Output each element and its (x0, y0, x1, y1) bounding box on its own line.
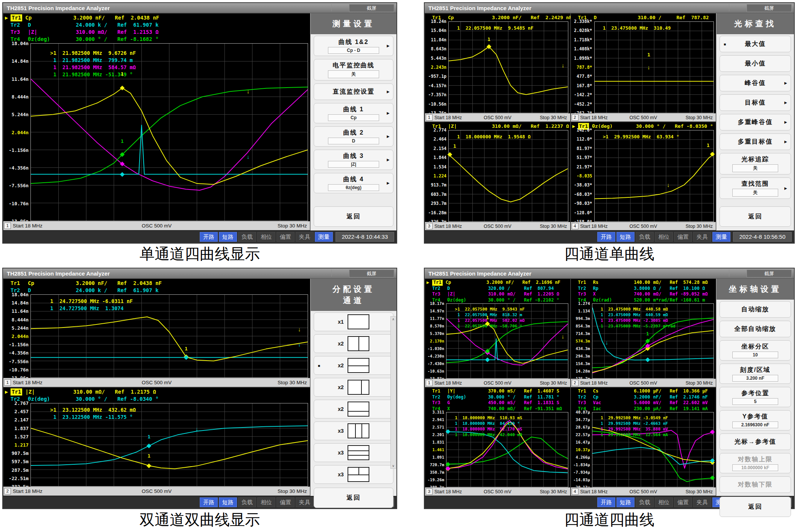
screenshot-button[interactable]: 截屏 (349, 270, 394, 277)
y-axis-label: 18.17n (430, 301, 444, 306)
y-axis-label: -22.51m (9, 475, 29, 481)
menu-item-1[interactable]: 自动缩放 (720, 301, 791, 318)
plot-area[interactable]: 1 18.000000 MHz 510.93 mS1 18.000000 MHz… (446, 412, 568, 487)
menu-item-3[interactable]: 坐标分区10 (720, 340, 791, 361)
status-button-5[interactable]: 偏置 (674, 232, 692, 242)
status-button-6[interactable]: 夹具 (296, 497, 314, 507)
status-button-6[interactable]: 夹具 (296, 232, 314, 242)
plot-area[interactable]: >1 23.122500 MHz 432.62 mΩ 1 23.122500 M… (30, 403, 308, 487)
menu-item-7[interactable]: 光标追踪关 (720, 153, 791, 174)
menu-item-3[interactable]: 直流监控设置► (314, 83, 393, 100)
menu-item-label: 坐标分区 (720, 343, 791, 351)
plot-area[interactable]: >1 22.057500 MHz 9.5943 nF 1 22.057500 M… (446, 303, 568, 379)
back-button[interactable]: 返回 (314, 206, 393, 227)
plot-area[interactable]: >1 21.982500 MHz 9.6726 nF 1 21.982500 M… (30, 43, 308, 221)
back-button[interactable]: 返回 (720, 206, 791, 227)
menu-item-1[interactable]: 曲线 1&2Cp - D► (314, 36, 393, 56)
menu-item-3[interactable]: 峰谷值► (720, 75, 791, 91)
status-button-7[interactable]: 测量 (315, 232, 333, 242)
screenshot-button[interactable]: 截屏 (747, 4, 792, 12)
screenshot-button[interactable]: 截屏 (349, 4, 394, 12)
app-title: TH2851 Precision Impedance Analyzer (3, 270, 110, 277)
menu-item-2[interactable]: 全部自动缩放 (720, 321, 791, 337)
plot-area[interactable]: >1 29.992500 MHz 63.934 °1↓ (594, 130, 714, 222)
status-button-1[interactable]: 开路 (200, 232, 218, 242)
back-button[interactable]: 返回 (314, 488, 393, 508)
status-button-1[interactable]: 开路 (200, 497, 218, 507)
menu-item-6[interactable]: 曲线 3|Z|► (314, 150, 393, 170)
status-button-2[interactable]: 短路 (219, 232, 237, 242)
status-button-6[interactable]: 夹具 (693, 497, 711, 507)
trace-scale: 370.00 (480, 388, 507, 394)
menu-item-6[interactable]: Y参考值2.1696300 nF (720, 410, 791, 430)
scroll-down-icon[interactable]: ∨ (392, 464, 395, 468)
plot-area[interactable]: 1 22.057500 MHz 9.5485 nF1↓ (448, 21, 568, 113)
menu-item-4[interactable]: x2 (314, 378, 393, 397)
menu-item-1[interactable]: x1 (314, 312, 393, 331)
menu-item-4[interactable]: 曲线 1Cp► (314, 103, 393, 123)
plot-area[interactable]: 1 24.727500 MHz -6.0311 nF1 24.727500 MH… (30, 294, 308, 378)
menu-item-5[interactable]: 多重峰谷值► (720, 114, 791, 130)
menu-item-5[interactable]: 参考位置5 (720, 387, 791, 407)
menu-item-value: Cp (328, 114, 379, 121)
menu-item-8[interactable]: 查找范围关► (720, 177, 791, 199)
plot-wrap: 3.3112.9412.5712.2011.8311.4611.091720.7… (425, 412, 570, 487)
marker-arrow-icon: ↓ (667, 183, 670, 187)
menu-item-5[interactable]: x2 (314, 400, 393, 418)
menu-item-4[interactable]: 刻度/区域3.200 nF (720, 364, 791, 384)
menu-item-7[interactable]: 光标→参考值 (720, 433, 791, 450)
menu-item-6[interactable]: 多重目标值► (720, 133, 791, 150)
trace-scale: 30.000 (480, 394, 507, 400)
menu-item-8[interactable]: x3 (314, 465, 393, 484)
y-axis-labels: 142.0*112.0*81.97*51.97*21.97*-8.035-38.… (571, 130, 594, 222)
menu-item-2[interactable]: x2 (314, 334, 393, 353)
status-button-1[interactable]: 开路 (597, 232, 615, 242)
status-button-3[interactable]: 负载 (636, 232, 654, 242)
status-button-2[interactable]: 短路 (219, 497, 237, 507)
osc-level-label: OSC 500 mV (142, 380, 172, 385)
marker-arrow-icon: ↓ (508, 424, 511, 428)
menu-item-value: D (328, 138, 379, 144)
status-button-2[interactable]: 短路 (616, 232, 635, 242)
status-button-3[interactable]: 负载 (636, 497, 654, 507)
status-button-4[interactable]: 相位 (655, 497, 673, 507)
plot-area[interactable]: 1 29.992500 MHz -3.0549 nF1 29.992500 MH… (592, 412, 714, 487)
status-button-5[interactable]: 偏置 (276, 232, 295, 242)
trace-unit: k / (98, 21, 117, 29)
y-axis-label: 5.244n (12, 325, 29, 330)
menu-item-2[interactable]: 最小值 (720, 55, 791, 72)
status-button-7[interactable]: 测量 (712, 232, 730, 242)
trace-ref: Ref 22.602 mV (670, 400, 715, 406)
status-button-1[interactable]: 开路 (597, 497, 615, 507)
status-button-4[interactable]: 相位 (655, 232, 673, 242)
plot-area[interactable]: 1 23.475000 MHz 310.49↓1 (594, 21, 714, 113)
menu-item-label: Y参考值 (720, 412, 791, 421)
menu-item-label: 对数轴下限 (720, 480, 791, 489)
menu-item-2[interactable]: 电平监控曲线关 (314, 59, 393, 80)
status-button-3[interactable]: 负载 (238, 232, 256, 242)
plot-area[interactable]: 1 18.000000 MHz 1.9548 Ω1 (448, 130, 568, 222)
plot-area[interactable]: 1 23.475000 MHz 440.58 mΩ1 23.475000 MHz… (592, 303, 714, 379)
menu-item-label: 多重峰谷值 (720, 118, 791, 126)
screenshot-button[interactable]: 截屏 (747, 270, 792, 277)
status-button-5[interactable]: 偏置 (674, 497, 692, 507)
menu-item-3[interactable]: ■x2 (314, 356, 393, 375)
menu-item-1[interactable]: ■最大值 (720, 36, 791, 52)
selected-indicator-icon: ■ (724, 42, 726, 46)
scroll-up-icon[interactable]: ∧ (392, 317, 395, 321)
status-button-3[interactable]: 负载 (238, 497, 256, 507)
status-button-4[interactable]: 相位 (257, 232, 275, 242)
menu-item-7[interactable]: x3 (314, 443, 393, 462)
trace-scale: 3.2000 (478, 280, 506, 286)
trace-info-row: Tr1Cp3.2000nF/Ref 2.2429 nF (427, 14, 569, 21)
status-button-6[interactable]: 夹具 (693, 232, 711, 242)
status-button-4[interactable]: 相位 (257, 497, 275, 507)
menu-item-6[interactable]: x3 (314, 421, 393, 440)
menu-scrollbar[interactable]: ∧∨ (390, 316, 396, 469)
menu-item-4[interactable]: 目标值► (720, 94, 791, 111)
menu-item-7[interactable]: 曲线 4θz(deg)► (314, 173, 393, 193)
menu-item-5[interactable]: 曲线 2D► (314, 126, 393, 147)
status-button-2[interactable]: 短路 (616, 497, 635, 507)
status-button-5[interactable]: 偏置 (276, 497, 295, 507)
marker-readout: 1 18.000000 MHz 510.93 mS1 18.000000 MHz… (455, 415, 522, 438)
